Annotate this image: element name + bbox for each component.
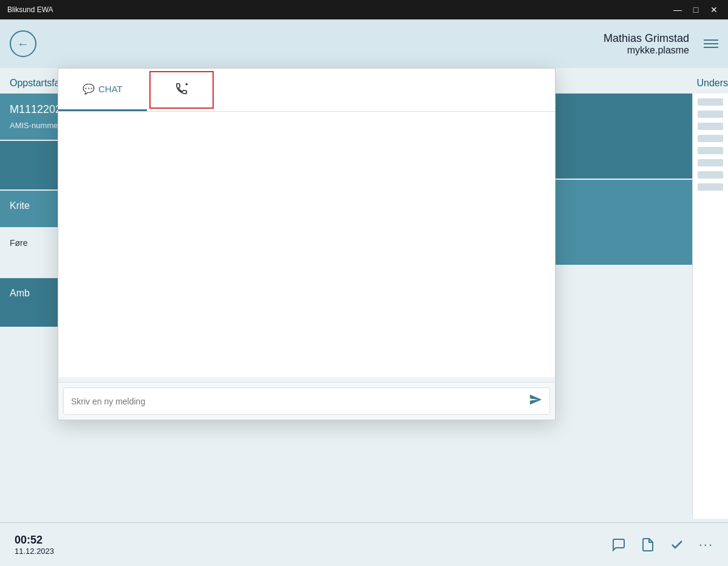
time-display: 00:52 bbox=[15, 534, 54, 547]
more-dots-icon: ··· bbox=[699, 537, 713, 553]
sidebar-line-3 bbox=[698, 123, 723, 130]
user-info: Mathias Grimstad mykke.plasme bbox=[604, 32, 689, 56]
date-display: 11.12.2023 bbox=[15, 547, 54, 556]
right-sidebar bbox=[692, 94, 728, 519]
chat-tab-icon: 💬 bbox=[83, 83, 95, 95]
tab-chat[interactable]: 💬 CHAT bbox=[58, 69, 147, 111]
header: ← Mathias Grimstad mykke.plasme bbox=[0, 19, 728, 68]
sidebar-line-5 bbox=[698, 147, 723, 154]
chat-modal: 💬 CHAT bbox=[58, 68, 556, 420]
header-right: Mathias Grimstad mykke.plasme bbox=[604, 32, 718, 56]
more-action-button[interactable]: ··· bbox=[699, 537, 713, 553]
col-header-unders: Unders bbox=[687, 78, 728, 89]
sidebar-line-2 bbox=[698, 111, 723, 118]
sidebar-line-6 bbox=[698, 159, 723, 166]
back-icon: ← bbox=[17, 37, 29, 51]
menu-icon[interactable] bbox=[704, 39, 718, 48]
message-input-wrapper bbox=[63, 387, 550, 415]
app-title: Bliksund EWA bbox=[7, 5, 53, 14]
document-action-button[interactable] bbox=[641, 537, 655, 552]
send-button[interactable] bbox=[529, 393, 542, 409]
maximize-button[interactable]: □ bbox=[689, 3, 702, 16]
sidebar-line-7 bbox=[698, 171, 723, 179]
call-tab-icon bbox=[175, 82, 188, 98]
modal-tabs: 💬 CHAT bbox=[58, 69, 555, 112]
window-controls: — □ ✕ bbox=[671, 3, 721, 16]
modal-separator bbox=[58, 377, 555, 382]
chat-messages-area bbox=[58, 112, 555, 377]
back-button[interactable]: ← bbox=[10, 30, 36, 57]
tab-call[interactable] bbox=[149, 71, 214, 109]
sidebar-line-8 bbox=[698, 183, 723, 191]
checkmark-action-button[interactable] bbox=[670, 537, 684, 552]
message-input[interactable] bbox=[71, 397, 529, 406]
titlebar: Bliksund EWA — □ ✕ bbox=[0, 0, 728, 19]
user-name: Mathias Grimstad bbox=[604, 32, 689, 45]
chat-tab-label: CHAT bbox=[98, 84, 123, 94]
chat-action-button[interactable] bbox=[611, 537, 626, 552]
user-email: mykke.plasme bbox=[604, 45, 689, 56]
minimize-button[interactable]: — bbox=[671, 3, 684, 16]
bottom-bar: 00:52 11.12.2023 ··· bbox=[0, 522, 728, 566]
bottom-time-block: 00:52 11.12.2023 bbox=[15, 534, 54, 556]
sidebar-line-1 bbox=[698, 98, 723, 106]
bottom-actions: ··· bbox=[611, 537, 713, 553]
sidebar-line-4 bbox=[698, 135, 723, 142]
message-input-area bbox=[58, 382, 555, 420]
sidebar-content bbox=[693, 94, 728, 200]
close-button[interactable]: ✕ bbox=[707, 3, 721, 16]
